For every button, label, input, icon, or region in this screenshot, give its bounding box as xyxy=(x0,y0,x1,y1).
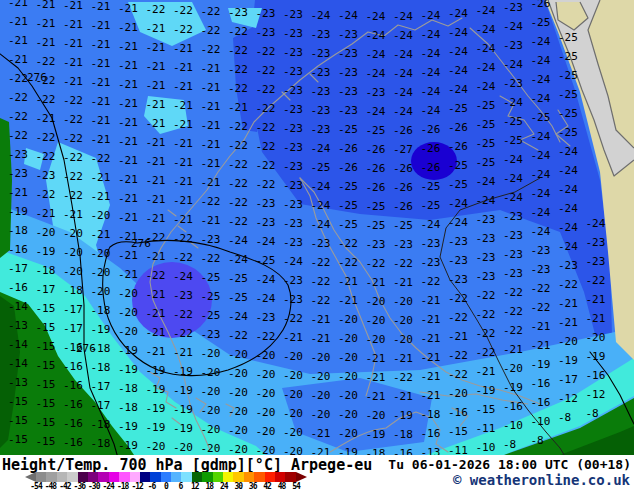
temp-value: -21 xyxy=(36,36,56,49)
temp-value: -17 xyxy=(91,399,111,412)
temp-value: -23 xyxy=(503,248,523,261)
temp-value: -22 xyxy=(63,151,83,164)
temp-value: -23 xyxy=(256,7,276,20)
temp-value: -24 xyxy=(421,9,441,22)
temp-value: -22 xyxy=(311,294,331,307)
temp-value: -19 xyxy=(146,402,166,415)
temp-value: -24 xyxy=(256,292,276,305)
temp-value: -18 xyxy=(91,437,111,450)
temp-value: -21 xyxy=(146,345,166,358)
temp-value: -10 xyxy=(476,441,496,454)
temp-value: -21 xyxy=(173,61,193,74)
temp-value: -21 xyxy=(118,59,138,72)
temp-value: -25 xyxy=(558,107,578,120)
temp-value: -20 xyxy=(311,351,331,364)
temp-value: -26 xyxy=(421,161,441,174)
legend-color-patch xyxy=(119,472,129,482)
temp-value: -21 xyxy=(311,427,331,440)
temp-value: -8 xyxy=(531,434,544,447)
temp-value: -22 xyxy=(173,4,193,17)
temp-value: -14 xyxy=(8,338,28,351)
temp-value: -23 xyxy=(421,256,441,269)
temp-value: -23 xyxy=(448,273,468,286)
temp-value: -21 xyxy=(118,211,138,224)
temp-value: -23 xyxy=(476,232,496,245)
temp-value: -24 xyxy=(531,187,551,200)
temp-value: -22 xyxy=(228,196,248,209)
temp-value: -22 xyxy=(36,150,56,163)
temp-value: -24 xyxy=(586,217,606,230)
temp-value: -22 xyxy=(228,329,248,342)
temp-value: -21 xyxy=(118,249,138,262)
temp-value: -20 xyxy=(283,350,303,363)
temp-value: -22 xyxy=(173,308,193,321)
temp-value: -24 xyxy=(558,145,578,158)
temp-value: -21 xyxy=(173,156,193,169)
map-area: -21-21-21-21-21-22-22-22-23-23-23-24-24-… xyxy=(0,0,634,455)
temp-value: -24 xyxy=(366,29,386,42)
temp-value: -24 xyxy=(476,194,496,207)
temp-value: -23 xyxy=(201,233,221,246)
temp-value: -22 xyxy=(503,324,523,337)
temp-value: -19 xyxy=(118,439,138,452)
temp-value: -25 xyxy=(338,180,358,193)
temp-value: -22 xyxy=(448,311,468,324)
temp-value: -22 xyxy=(36,131,56,144)
temp-value: -22 xyxy=(146,3,166,16)
temp-value: -20 xyxy=(393,333,413,346)
temp-value: -19 xyxy=(36,245,56,258)
temp-value: -22 xyxy=(393,371,413,384)
temp-value: -24 xyxy=(393,10,413,23)
temp-value: -18 xyxy=(36,264,56,277)
temp-value: -20 xyxy=(228,443,248,455)
temp-value: -21 xyxy=(118,135,138,148)
temp-value: -20 xyxy=(256,425,276,438)
temp-value: -21 xyxy=(476,365,496,378)
temp-value: -16 xyxy=(503,400,523,413)
temp-value: -25 xyxy=(201,309,221,322)
temp-value: -22 xyxy=(476,346,496,359)
temp-value: -21 xyxy=(63,37,83,50)
temp-value: -11 xyxy=(476,422,496,435)
temp-value: -21 xyxy=(173,137,193,150)
temp-value: -22 xyxy=(8,129,28,142)
temp-value: -26 xyxy=(393,162,413,175)
temp-value: -22 xyxy=(311,275,331,288)
temp-value: -20 xyxy=(393,314,413,327)
temp-value: -24 xyxy=(173,270,193,283)
temp-value: -21 xyxy=(118,154,138,167)
temp-value: -26 xyxy=(366,143,386,156)
temp-value: -18 xyxy=(118,401,138,414)
temp-value: -16 xyxy=(8,243,28,256)
map-datetime: Tu 06-01-2026 18:00 UTC (00+18) xyxy=(388,457,631,472)
temp-value: -24 xyxy=(558,240,578,253)
temp-value: -21 xyxy=(146,79,166,92)
temp-value: -21 xyxy=(118,116,138,129)
temp-value: -21 xyxy=(173,99,193,112)
temp-value: -20 xyxy=(256,406,276,419)
temp-value: -21 xyxy=(146,22,166,35)
temp-value: -23 xyxy=(338,104,358,117)
temp-value: -21 xyxy=(173,42,193,55)
temp-value: -22 xyxy=(63,94,83,107)
temp-value: -23 xyxy=(338,28,358,41)
temp-value: -12 xyxy=(586,388,606,401)
temp-value: -20 xyxy=(201,442,221,455)
temp-value: -19 xyxy=(476,384,496,397)
temp-value: -19 xyxy=(173,365,193,378)
temp-value: -24 xyxy=(448,216,468,229)
temp-value: -24 xyxy=(448,197,468,210)
temp-value: -24 xyxy=(393,67,413,80)
temp-value: -17 xyxy=(63,322,83,335)
temp-value: -22 xyxy=(256,140,276,153)
temp-value: -21 xyxy=(146,193,166,206)
temp-value: -24 xyxy=(558,202,578,215)
temp-value: -22 xyxy=(256,83,276,96)
legend-tick-labels: -54-48-42-36-30-24-18-12-606121824303642… xyxy=(36,482,298,490)
temp-value: -24 xyxy=(531,206,551,219)
legend-color-patch xyxy=(130,472,140,482)
temp-value: -23 xyxy=(283,103,303,116)
temp-value: -19 xyxy=(91,323,111,336)
temp-value: -23 xyxy=(283,84,303,97)
temp-value: -25 xyxy=(256,254,276,267)
